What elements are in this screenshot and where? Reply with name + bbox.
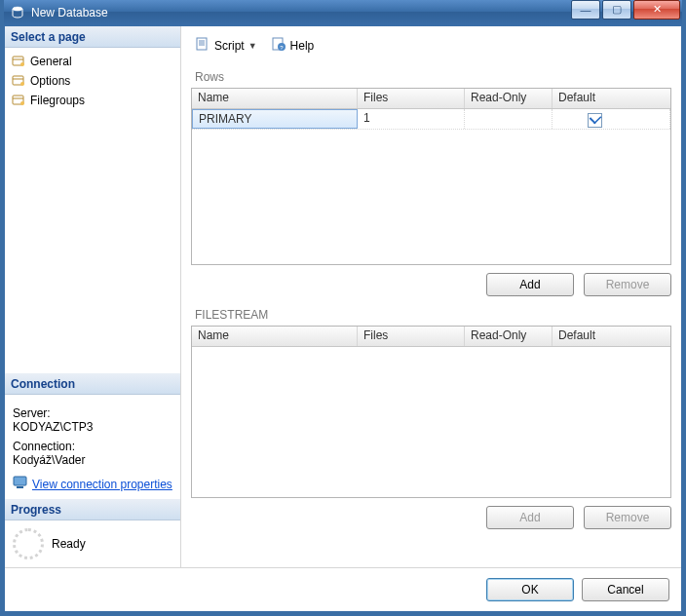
select-page-header: Select a page bbox=[5, 26, 180, 48]
cell-files[interactable]: 1 bbox=[358, 109, 465, 129]
progress-status: Ready bbox=[52, 537, 86, 551]
col-default[interactable]: Default bbox=[553, 327, 670, 346]
rows-grid[interactable]: Name Files Read-Only Default PRIMARY 1 bbox=[191, 88, 671, 265]
dialog-footer: OK Cancel bbox=[5, 567, 681, 611]
page-icon bbox=[11, 73, 26, 89]
rows-section-label: Rows bbox=[191, 66, 671, 88]
window-title: New Database bbox=[31, 6, 569, 19]
server-label: Server: bbox=[13, 406, 172, 420]
right-pane: Script ▼ ? Help Rows Name Files Read-Onl… bbox=[181, 26, 681, 567]
script-button[interactable]: Script ▼ bbox=[191, 34, 261, 57]
svg-point-6 bbox=[20, 101, 24, 105]
ok-button[interactable]: OK bbox=[486, 578, 574, 601]
database-icon bbox=[10, 5, 25, 20]
cell-readonly[interactable] bbox=[465, 109, 553, 129]
help-icon: ? bbox=[271, 36, 286, 55]
connection-header: Connection bbox=[5, 373, 180, 395]
page-icon bbox=[11, 54, 26, 69]
connection-label: Connection: bbox=[13, 440, 172, 453]
col-readonly[interactable]: Read-Only bbox=[465, 89, 553, 108]
svg-point-0 bbox=[13, 7, 22, 11]
close-button[interactable]: ✕ bbox=[633, 0, 680, 19]
help-button[interactable]: ? Help bbox=[267, 34, 319, 57]
rows-remove-button[interactable]: Remove bbox=[584, 273, 671, 296]
page-label: Filegroups bbox=[30, 94, 85, 107]
svg-rect-8 bbox=[17, 486, 23, 488]
page-filegroups[interactable]: Filegroups bbox=[9, 91, 176, 110]
page-label: General bbox=[30, 55, 72, 68]
script-label: Script bbox=[214, 39, 245, 53]
svg-point-4 bbox=[20, 82, 24, 86]
col-files[interactable]: Files bbox=[358, 89, 465, 108]
col-default[interactable]: Default bbox=[553, 89, 670, 108]
titlebar[interactable]: New Database — ▢ ✕ bbox=[4, 0, 682, 26]
filestream-section-label: FILESTREAM bbox=[191, 304, 671, 326]
page-general[interactable]: General bbox=[9, 52, 176, 71]
help-label: Help bbox=[290, 39, 315, 53]
dialog-window: New Database — ▢ ✕ Select a page General bbox=[4, 0, 682, 612]
progress-spinner-icon bbox=[13, 528, 44, 559]
filestream-add-button[interactable]: Add bbox=[486, 506, 574, 529]
chevron-down-icon: ▼ bbox=[248, 41, 257, 51]
page-options[interactable]: Options bbox=[9, 71, 176, 91]
cell-name[interactable]: PRIMARY bbox=[192, 109, 358, 129]
svg-rect-7 bbox=[14, 477, 26, 485]
filestream-grid[interactable]: Name Files Read-Only Default bbox=[191, 326, 671, 498]
svg-rect-9 bbox=[197, 38, 207, 50]
minimize-button[interactable]: — bbox=[571, 0, 600, 19]
maximize-button[interactable]: ▢ bbox=[602, 0, 631, 19]
col-name[interactable]: Name bbox=[192, 89, 358, 108]
rows-add-button[interactable]: Add bbox=[486, 273, 574, 296]
view-connection-properties-link[interactable]: View connection properties bbox=[32, 478, 172, 491]
filestream-remove-button[interactable]: Remove bbox=[584, 506, 671, 529]
default-checkbox[interactable] bbox=[588, 113, 602, 128]
server-value: KODYAZ\CTP3 bbox=[13, 420, 172, 434]
svg-point-2 bbox=[20, 62, 24, 66]
toolbar: Script ▼ ? Help bbox=[191, 26, 671, 66]
col-name[interactable]: Name bbox=[192, 327, 358, 346]
col-readonly[interactable]: Read-Only bbox=[465, 327, 553, 346]
col-files[interactable]: Files bbox=[358, 327, 465, 346]
connection-value: Kodyáž\Vader bbox=[13, 453, 172, 467]
monitor-icon bbox=[13, 475, 28, 493]
page-icon bbox=[11, 93, 26, 108]
left-pane: Select a page General Options bbox=[5, 26, 181, 567]
cell-default[interactable] bbox=[553, 109, 670, 129]
cancel-button[interactable]: Cancel bbox=[582, 578, 669, 601]
script-icon bbox=[195, 36, 210, 55]
progress-header: Progress bbox=[5, 499, 180, 520]
page-label: Options bbox=[30, 74, 70, 88]
rows-grid-row[interactable]: PRIMARY 1 bbox=[192, 109, 670, 130]
